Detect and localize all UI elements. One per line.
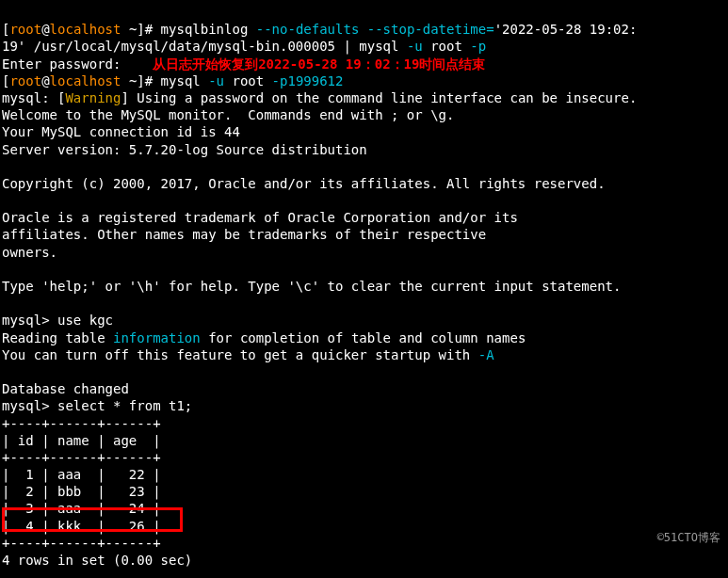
turn-off-hint: You can turn off this feature to get a q…: [2, 347, 494, 362]
watermark-text: ©51CTO博客: [657, 531, 720, 546]
terminal-output: [root@localhost ~]# mysqlbinlog --no-def…: [0, 0, 728, 578]
prompt-line-2[interactable]: [root@localhost ~]# mysql -u root -p1999…: [2, 73, 343, 88]
table-sep: +----+------+------+: [2, 450, 161, 465]
trademark-2: affiliates. Other names may be trademark…: [2, 227, 486, 242]
table-row: | 4 | kkk | 26 |: [2, 519, 161, 534]
table-header: | id | name | age |: [2, 433, 161, 448]
mysql-warning: mysql: [Warning] Using a password on the…: [2, 90, 637, 105]
table-sep: +----+------+------+: [2, 416, 161, 431]
table-row: | 3 | aaa | 24 |: [2, 501, 161, 516]
reading-table: Reading table information for completion…: [2, 330, 526, 345]
mysql-use-kgc[interactable]: mysql> use kgc: [2, 313, 113, 328]
table-row: | 1 | aaa | 22 |: [2, 467, 161, 482]
server-version: Server version: 5.7.20-log Source distri…: [2, 142, 367, 157]
table-row: | 2 | bbb | 23 |: [2, 484, 161, 499]
trademark-1: Oracle is a registered trademark of Orac…: [2, 210, 518, 225]
connection-id: Your MySQL connection id is 44: [2, 124, 240, 139]
table-sep: +----+------+------+: [2, 536, 161, 551]
copyright: Copyright (c) 2000, 2017, Oracle and/or …: [2, 176, 606, 191]
database-changed: Database changed: [2, 381, 129, 396]
welcome-text: Welcome to the MySQL monitor. Commands e…: [2, 107, 454, 122]
enter-password: Enter password: 从日志开始恢复到2022-05-28 19：02…: [2, 56, 485, 72]
prompt-line-1b[interactable]: 19' /usr/local/mysql/data/mysql-bin.0000…: [2, 39, 486, 54]
prompt-line-1[interactable]: [root@localhost ~]# mysqlbinlog --no-def…: [2, 22, 637, 37]
trademark-3: owners.: [2, 245, 57, 260]
mysql-select[interactable]: mysql> select * from t1;: [2, 398, 192, 413]
rows-summary: 4 rows in set (0.00 sec): [2, 553, 192, 568]
help-text: Type 'help;' or '\h' for help. Type '\c'…: [2, 279, 621, 294]
annotation-text: 从日志开始恢复到2022-05-28 19：02：19时间点结束: [129, 56, 486, 72]
